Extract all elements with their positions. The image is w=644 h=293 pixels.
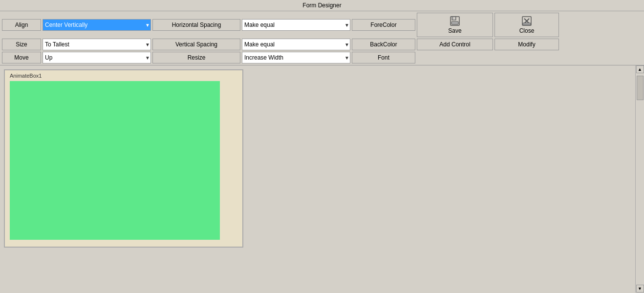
svg-rect-7 — [523, 23, 531, 25]
toolbar-row-3: Move Up Down Left Right ▼ Resize Increas… — [2, 52, 642, 63]
size-select[interactable]: To Tallest To Shortest To Widest To Narr… — [43, 39, 151, 50]
main-area: AnimateBox1 ▲ ▼ — [0, 65, 644, 293]
align-select[interactable]: Center Vertically Left Right Top Bottom — [43, 19, 151, 31]
toolbar: Align Center Vertically Left Right Top B… — [0, 11, 644, 65]
forecolor-button[interactable]: ForeColor — [352, 19, 415, 31]
align-label: Align — [2, 19, 41, 31]
move-select[interactable]: Up Down Left Right — [43, 52, 151, 63]
close-button[interactable]: Close — [494, 13, 559, 37]
animate-box — [10, 81, 220, 240]
move-label: Move — [2, 52, 41, 63]
scrollbar[interactable]: ▲ ▼ — [635, 65, 644, 293]
add-control-button[interactable]: Add Control — [417, 39, 493, 50]
modify-button[interactable]: Modify — [494, 39, 559, 50]
resize-button[interactable]: Resize — [152, 52, 240, 63]
form-container: AnimateBox1 — [4, 69, 243, 248]
size-label: Size — [2, 39, 41, 50]
font-button[interactable]: Font — [352, 52, 415, 63]
svg-rect-3 — [453, 17, 455, 20]
toolbar-row-2: Size To Tallest To Shortest To Widest To… — [2, 39, 642, 50]
canvas-area: AnimateBox1 — [0, 65, 635, 293]
save-icon — [450, 16, 460, 26]
animate-box-label: AnimateBox1 — [10, 73, 42, 79]
vertical-spacing-button[interactable]: Vertical Spacing — [152, 39, 240, 50]
backcolor-button[interactable]: BackColor — [352, 39, 415, 50]
toolbar-row-1: Align Center Vertically Left Right Top B… — [2, 13, 642, 37]
save-label: Save — [448, 27, 461, 34]
close-icon — [521, 16, 532, 26]
scrollbar-thumb[interactable] — [637, 76, 644, 100]
scrollbar-down-arrow[interactable]: ▼ — [636, 285, 644, 293]
horizontal-spacing-select[interactable]: Make equal Increase Decrease — [242, 19, 350, 31]
title-bar: Form Designer — [0, 0, 644, 11]
vertical-spacing-select[interactable]: Make equal Increase Decrease — [242, 39, 350, 50]
save-button[interactable]: Save — [417, 13, 493, 37]
close-label: Close — [519, 27, 535, 34]
scrollbar-track — [636, 73, 644, 285]
increase-width-select[interactable]: Increase Width Decrease Width Increase H… — [242, 52, 350, 63]
horizontal-spacing-button[interactable]: Horizontal Spacing — [152, 19, 240, 31]
svg-rect-2 — [451, 21, 458, 24]
scrollbar-up-arrow[interactable]: ▲ — [636, 65, 644, 73]
